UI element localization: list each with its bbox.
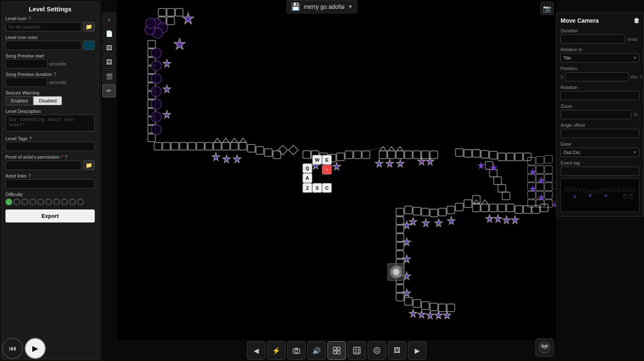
svg-marker-72 (388, 146, 395, 151)
level-tags-input[interactable] (5, 142, 95, 151)
svg-rect-176 (536, 157, 544, 164)
artist-links-label: Artist links ? (5, 173, 95, 178)
difficulty-dot-9[interactable] (69, 199, 76, 205)
seizure-enabled-btn[interactable]: Enabled (5, 96, 33, 105)
export-button[interactable]: Export (5, 209, 95, 222)
svg-rect-145 (430, 303, 438, 311)
level-icon-help[interactable]: ? (28, 16, 31, 21)
svg-rect-128 (396, 225, 404, 233)
level-tags-help[interactable]: ? (29, 136, 31, 141)
camera-top-icon[interactable]: 📷 (540, 2, 554, 15)
difficulty-dot-6[interactable] (45, 199, 52, 205)
icon-music[interactable]: ♪ (102, 13, 116, 26)
song-preview-duration-input[interactable]: 10 (5, 78, 47, 87)
difficulty-dot-5[interactable] (37, 199, 44, 205)
difficulty-dots (5, 199, 95, 205)
svg-marker-151 (435, 311, 442, 319)
svg-marker-42 (214, 138, 221, 142)
svg-marker-48 (239, 138, 246, 142)
svg-rect-177 (545, 156, 552, 163)
svg-rect-45 (231, 142, 238, 150)
play-btn[interactable]: ▶ (25, 338, 46, 359)
seizure-disabled-btn[interactable]: Disabled (33, 96, 62, 105)
cam-duration-input[interactable]: 1 (561, 34, 625, 44)
tool-next[interactable]: ▶ (408, 341, 426, 360)
tool-sound[interactable]: 🔊 (307, 341, 326, 360)
svg-rect-62 (337, 153, 344, 161)
svg-marker-152 (443, 311, 451, 319)
difficulty-dot-7[interactable] (53, 199, 60, 205)
cam-ease-select[interactable]: Out Circ In Circ Linear In Out Circ (561, 148, 639, 157)
tool-camera[interactable] (287, 341, 306, 360)
svg-rect-102 (439, 208, 446, 216)
icon-document[interactable]: 📄 (102, 27, 116, 40)
tool-grid[interactable] (348, 341, 366, 360)
svg-rect-127 (396, 217, 404, 224)
svg-rect-83 (490, 151, 497, 159)
proof-input[interactable]: black.PNG (5, 161, 81, 170)
proof-help[interactable]: ? (65, 154, 68, 160)
cam-duration-row: 1 beats (561, 34, 639, 44)
save-icon[interactable]: 💾 (291, 2, 300, 11)
level-icon-file-btn[interactable]: 📁 (83, 22, 95, 31)
cam-eventtag-input[interactable] (561, 167, 639, 176)
level-icon-input[interactable] (5, 22, 81, 31)
main-canvas: Q W E ○ A Z S C (117, 0, 556, 340)
svg-rect-71 (388, 151, 395, 158)
difficulty-dot-8[interactable] (61, 199, 68, 205)
svg-marker-56 (223, 155, 230, 163)
camera-panel: Move Camera 🗑 Duration 1 beats Relative … (556, 13, 644, 217)
svg-marker-74 (397, 146, 403, 151)
level-icon-color-input[interactable]: 003f52 (5, 41, 81, 50)
song-preview-duration-help[interactable]: ? (54, 72, 56, 77)
tool-image[interactable]: 🖼 (388, 341, 406, 360)
skip-back-btn[interactable]: ⏮ (2, 338, 23, 359)
tool-tiles[interactable] (327, 341, 346, 360)
icon-gallery[interactable]: 🖼 (102, 55, 116, 69)
tool-lightning[interactable]: ⚡ (267, 341, 286, 360)
svg-rect-183 (545, 174, 552, 182)
svg-rect-76 (413, 151, 421, 158)
proof-row: black.PNG 📁 (5, 160, 95, 170)
artist-links-input[interactable] (5, 179, 95, 188)
cam-relative-select[interactable]: Tile Player Global (561, 53, 639, 63)
svg-rect-99 (464, 200, 472, 207)
filename-dropdown-arrow[interactable]: ▼ (348, 4, 353, 10)
difficulty-dot-2[interactable] (13, 199, 20, 205)
camera-panel-title: Move Camera 🗑 (561, 17, 639, 24)
level-icon-color-swatch[interactable] (83, 41, 95, 50)
tool-prev[interactable]: ◀ (247, 341, 265, 360)
svg-rect-41 (213, 142, 221, 150)
cam-x-input[interactable]: -1 (565, 72, 629, 81)
icon-image[interactable]: 🖼 (102, 41, 116, 55)
icon-pen[interactable]: ✏ (102, 84, 116, 97)
svg-rect-36 (171, 142, 179, 150)
svg-text:Q: Q (306, 166, 309, 171)
song-preview-duration-unit: seconds (49, 80, 66, 85)
seizure-warning-toggle: Enabled Disabled (5, 96, 95, 105)
tool-ball[interactable] (368, 341, 386, 360)
svg-rect-95 (494, 177, 501, 184)
proof-label: Proof of artist's permission * ? (5, 154, 95, 160)
level-description-input[interactable] (5, 115, 95, 131)
svg-rect-39 (197, 142, 204, 150)
song-preview-start-input[interactable]: 0 (5, 59, 47, 68)
difficulty-dot-4[interactable] (29, 199, 36, 205)
cam-rotation-input[interactable]: 10 (561, 91, 639, 100)
icon-video[interactable]: 🎬 (102, 70, 116, 83)
cam-ease-row: Out Circ In Circ Linear In Out Circ (561, 148, 639, 157)
cam-zoom-input[interactable]: 100 (561, 110, 631, 119)
svg-rect-126 (396, 208, 404, 216)
cam-position-label: Position (561, 66, 639, 71)
difficulty-dot-10[interactable] (77, 199, 84, 205)
cam-zoom-row: 100 % (561, 110, 639, 119)
proof-file-btn[interactable]: 📁 (83, 160, 95, 170)
difficulty-dot-3[interactable] (21, 199, 28, 205)
artist-links-help[interactable]: ? (28, 173, 31, 178)
difficulty-dot-1[interactable] (5, 199, 12, 205)
cam-angle-input[interactable]: 0 (561, 129, 639, 138)
svg-rect-113 (481, 204, 488, 212)
camera-trash-icon[interactable]: 🗑 (634, 17, 639, 24)
svg-rect-87 (524, 153, 531, 161)
svg-point-28 (151, 99, 161, 109)
